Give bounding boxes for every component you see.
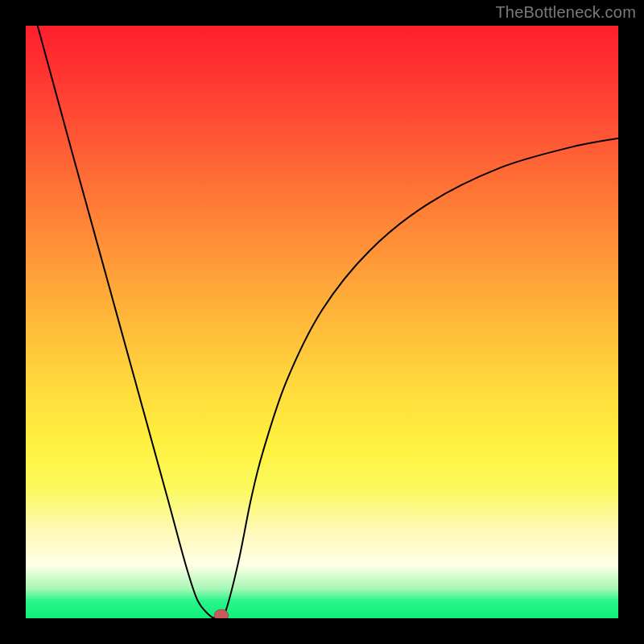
plot-svg [26,26,618,618]
plot-area [26,26,618,618]
chart-frame: TheBottleneck.com [0,0,644,644]
bottleneck-curve [38,26,618,618]
watermark-text: TheBottleneck.com [495,3,636,22]
